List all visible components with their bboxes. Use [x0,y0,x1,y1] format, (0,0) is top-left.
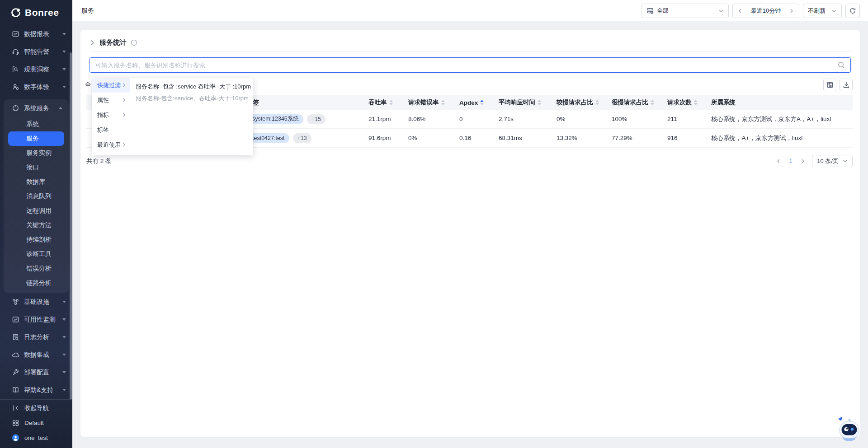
col-request-count[interactable]: 请求次数 [667,98,711,107]
sidebar-scrollbar[interactable] [70,52,72,399]
tag-more-pill[interactable]: +13 [293,133,311,143]
chevron-down-icon [718,8,724,14]
scope-icon [646,7,654,14]
sidebar-item-log-analysis[interactable]: 日志分析 [0,328,72,346]
chevron-down-icon [62,68,66,70]
filter-menu-quick-filter[interactable]: 快捷过滤 [92,78,130,93]
sidebar-subitem-database[interactable]: 数据库 [8,175,64,189]
page-size-select[interactable]: 10 条/页 [812,155,853,167]
time-next-icon[interactable] [789,8,794,14]
time-prev-icon[interactable] [737,8,743,14]
sort-icon[interactable] [595,100,599,105]
col-slower-ratio[interactable]: 较慢请求占比 [557,98,612,107]
refresh-icon [849,7,856,14]
sidebar-item-observability-insight[interactable]: 观测洞察 [0,61,72,78]
cell-throughput: 91.6rpm [368,135,408,141]
search-icon[interactable] [837,61,845,69]
total-count: 共有 2 条 [86,157,112,165]
chevron-down-icon [62,86,66,88]
download-icon [843,81,850,89]
filter-entry[interactable]: 服务名称 -包含 :service 吞吐率 -大于 :10rpm [136,81,253,93]
sidebar-subitem-service[interactable]: 服务 [8,131,64,146]
col-apdex[interactable]: Apdex [459,99,499,106]
sidebar-subitem-key-methods[interactable]: 关键方法 [8,218,64,233]
collapse-nav-button[interactable]: 收起导航 [0,401,72,415]
sidebar-item-deploy-config[interactable]: 部署配置 [0,364,72,381]
sidebar-item-data-integration[interactable]: 数据集成 [0,346,72,364]
col-error-rate[interactable]: 请求错误率 [408,98,459,107]
partially-hidden-label: 全 [85,81,91,89]
info-icon[interactable] [131,39,137,46]
cell-request-count: 916 [667,135,711,141]
collapse-icon [12,404,19,412]
cell-slower-ratio: 0% [557,116,612,122]
col-avg-response[interactable]: 平均响应时间 [499,98,557,107]
sort-icon[interactable] [538,100,541,105]
sidebar-subitem-continuous-profiling[interactable]: 持续剖析 [8,233,64,247]
col-very-slow-ratio[interactable]: 很慢请求占比 [612,98,667,107]
sidebar-subitem-interface[interactable]: 接口 [8,160,64,175]
workspace-grid-icon [12,419,19,427]
cell-avg-response: 68.31ms [499,135,557,141]
submenu-arrow-icon [123,98,126,102]
sidebar-subitem-message-queue[interactable]: 消息队列 [8,189,64,204]
sidebar-item-availability-monitoring[interactable]: 可用性监测 [0,311,72,328]
submenu-arrow-icon [123,113,126,117]
next-page-button[interactable] [800,159,806,164]
sidebar-subitem-diagnostic-tools[interactable]: 诊断工具 [8,247,64,261]
filter-menu-metrics[interactable]: 指标 [92,107,130,122]
col-system: 所属系统 [711,98,853,107]
assistant-robot-button[interactable] [835,415,861,443]
avatar [12,434,19,442]
chevron-up-icon [59,107,62,109]
tag-pill: system:12345系统 [248,114,303,124]
sidebar-item-digital-experience[interactable]: 数字体验 [0,78,72,96]
chevron-down-icon [62,371,66,373]
main-content: 服务统计 全 标签 吞吐率 请求错误率 [72,22,868,448]
sort-icon[interactable] [651,100,654,105]
page-number[interactable]: 1 [788,158,794,164]
sort-icon[interactable] [694,100,698,105]
experience-icon [12,83,19,91]
sidebar-subitem-system[interactable]: 系统 [8,117,64,131]
filter-menu-recent[interactable]: 最近使用 [92,137,130,152]
sidebar-item-data-reports[interactable]: 数据报表 [0,25,72,43]
cell-system: 核心系统，京东方测试，京东方A，A+，liuxl [711,115,853,123]
sort-icon[interactable] [389,100,393,105]
refresh-mode-select[interactable]: 不刷新 [803,4,842,18]
search-input[interactable] [90,57,851,73]
user-account[interactable]: one_test [0,430,72,445]
col-throughput[interactable]: 吞吐率 [368,98,408,107]
sidebar-item-smart-alerts[interactable]: 智能告警 [0,43,72,61]
workspace-switcher[interactable]: Default [0,415,72,430]
refresh-button[interactable] [845,4,860,18]
chevron-down-icon [62,389,66,391]
time-range-picker[interactable]: 最近10分钟 [732,4,799,18]
sidebar-item-help-support[interactable]: 帮助&支持 [0,381,72,399]
sidebar-item-system-services[interactable]: 系统服务 [4,99,69,117]
sidebar-footer: 收起导航 Default one_test [0,399,72,448]
sidebar-subitem-trace-analysis[interactable]: 链路分析 [8,276,64,290]
sidebar-item-infrastructure[interactable]: 基础设施 [0,293,72,311]
tag-pill: test0427:test [248,133,289,143]
panel-collapse-icon[interactable] [90,40,95,46]
filter-entries: 服务名称 -包含 :service 吞吐率 -大于 :10rpm 服务名称-包含… [130,78,253,155]
sort-icon-active[interactable] [480,100,484,105]
scope-select[interactable]: 全部 [642,4,729,18]
sidebar-subitem-error-analysis[interactable]: 错误分析 [8,261,64,276]
brand-logo[interactable]: Bonree [0,0,72,25]
prev-page-button[interactable] [776,159,781,164]
sort-icon[interactable] [441,100,445,105]
tag-more-pill[interactable]: +15 [307,114,326,124]
sidebar-subitem-remote-call[interactable]: 远程调用 [8,204,64,218]
filter-menu: 快捷过滤 属性 指标 标签 最近使用 [92,78,130,155]
sidebar-subitem-service-instance[interactable]: 服务实例 [8,146,64,160]
filter-entry[interactable]: 服务名称-包含:service、吞吐率-大于:10rpm [136,93,253,104]
download-button[interactable] [840,79,853,91]
column-settings-button[interactable] [823,79,836,91]
filter-menu-attributes[interactable]: 属性 [92,93,130,107]
filter-menu-tags[interactable]: 标签 [92,122,130,137]
cell-request-count: 211 [667,116,711,122]
cell-avg-response: 2.71s [499,116,557,122]
alert-icon [12,48,19,56]
